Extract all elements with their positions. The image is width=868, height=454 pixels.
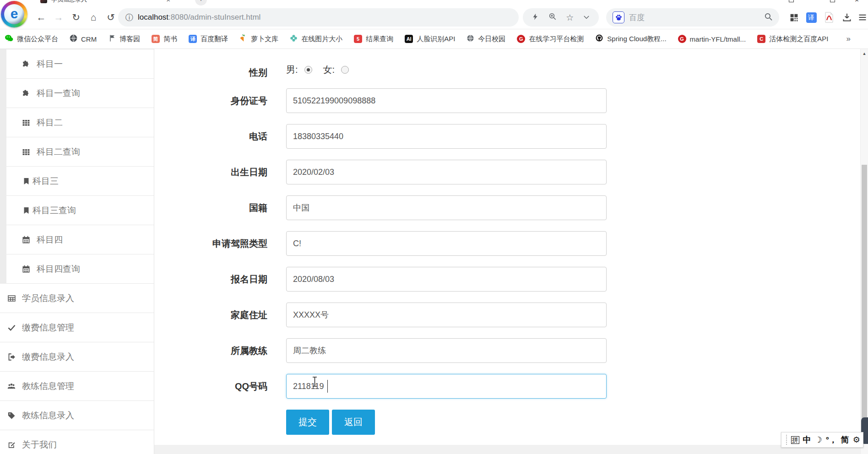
gitee-icon: G xyxy=(517,35,525,43)
back-button[interactable]: ← xyxy=(35,6,48,29)
idcard-label: 身份证号 xyxy=(154,88,286,113)
flower-icon xyxy=(290,34,298,44)
tab-favicon xyxy=(40,0,47,3)
flash-icon[interactable] xyxy=(532,12,539,23)
ime-punct-icon[interactable]: °， xyxy=(826,434,837,445)
sign-out-icon xyxy=(6,353,16,361)
bookmark-item[interactable]: G martin-YFL/tmall... xyxy=(678,35,746,43)
url-text: localhost:8080/admin-stuInsert.html xyxy=(138,13,260,22)
idcard-input[interactable] xyxy=(286,88,607,113)
bookmark-item[interactable]: AI 人脸识别API xyxy=(405,35,455,43)
address-bar[interactable]: ⓘ localhost:8080/admin-stuInsert.html xyxy=(118,8,519,27)
globe-icon xyxy=(467,34,474,44)
text-caret xyxy=(327,380,328,393)
coach-label: 所属教练 xyxy=(154,338,286,363)
sidebar-item-student-entry[interactable]: 学员信息录入 xyxy=(0,284,154,313)
github-icon xyxy=(595,34,603,44)
sidebar-item-subject2[interactable]: 科目二 xyxy=(6,108,154,137)
phone-input[interactable] xyxy=(286,124,607,149)
female-radio[interactable] xyxy=(341,66,349,74)
address-input[interactable] xyxy=(286,303,607,327)
coach-input[interactable] xyxy=(286,338,607,363)
male-radio[interactable] xyxy=(304,66,312,74)
sidebar-item-subject4-query[interactable]: 科目四查询 xyxy=(6,254,154,284)
window-close-icon[interactable]: × xyxy=(855,0,859,4)
forward-button[interactable]: → xyxy=(52,6,65,29)
refresh-button[interactable]: ↻ xyxy=(70,6,82,29)
nationality-label: 国籍 xyxy=(154,195,286,220)
browser-logo: e xyxy=(1,1,27,27)
bookmark-item[interactable]: 译 百度翻译 xyxy=(189,35,228,43)
site-info-icon[interactable]: ⓘ xyxy=(125,12,133,23)
zoom-in-icon[interactable] xyxy=(548,12,557,22)
c-icon: C xyxy=(757,35,765,43)
bookmark-item[interactable]: CRM xyxy=(70,34,97,44)
sidebar-item-subject3[interactable]: 科目三 xyxy=(6,167,154,196)
browser-window: 学员信息录入 × + × e ← → ↻ ⌂ ↺ ☆ ⓘ localhost:8… xyxy=(0,0,868,454)
vertical-scrollbar[interactable]: ▲ xyxy=(860,49,868,454)
back-button[interactable]: 返回 xyxy=(332,410,375,435)
sidebar-item-payment-manage[interactable]: 缴费信息管理 xyxy=(0,313,154,342)
sidebar-item-subject4[interactable]: 科目四 xyxy=(6,225,154,254)
sidebar-item-subject2-query[interactable]: 科目二查询 xyxy=(6,137,154,167)
bookmark-item[interactable]: 今日校园 xyxy=(467,34,505,44)
bookmark-icon xyxy=(21,177,31,185)
ime-settings-icon[interactable]: ⚙ xyxy=(853,435,860,445)
register-date-input[interactable] xyxy=(286,267,607,292)
gitee-icon: G xyxy=(678,35,686,43)
qr-code-icon[interactable] xyxy=(788,12,799,23)
tab-close-icon[interactable]: × xyxy=(166,0,170,4)
sidebar-menu: 学员信息录入 缴费信息管理 缴费信息录入 教练信息管理 教练信息录入 xyxy=(0,284,154,454)
search-icon[interactable] xyxy=(764,12,773,23)
home-button[interactable]: ⌂ xyxy=(87,6,100,29)
nationality-input[interactable] xyxy=(286,195,607,220)
sidebar-item-payment-entry[interactable]: 缴费信息录入 xyxy=(0,342,154,372)
qq-input[interactable] xyxy=(286,374,607,399)
table-icon xyxy=(6,294,16,303)
bookmark-item[interactable]: 萝卜文库 xyxy=(239,34,278,44)
sidebar-item-about[interactable]: 关于我们 xyxy=(0,430,154,454)
female-label: 女: xyxy=(323,64,335,76)
sidebar-item-subject1-query[interactable]: 科目一查询 xyxy=(6,79,154,108)
bookmarks-bar: 微信公众平台 CRM 博客园 简 简书 译 百度翻译 萝卜文库 在线图片大小 5… xyxy=(0,29,868,49)
sidebar-item-subject3-query[interactable]: 科目三查询 xyxy=(6,196,154,225)
menu-icon[interactable] xyxy=(857,12,868,23)
license-type-input[interactable] xyxy=(286,231,607,256)
pdf-icon[interactable] xyxy=(824,12,835,23)
birthdate-label: 出生日期 xyxy=(154,160,286,184)
new-tab-button[interactable]: + xyxy=(195,0,207,5)
browser-tab[interactable]: 学员信息录入 × xyxy=(40,0,173,4)
ime-toolbar[interactable]: 拼 中 ☽ °， 简 ⚙ xyxy=(781,432,863,448)
bookmark-item[interactable]: 博客园 xyxy=(108,34,140,44)
favorite-star-icon[interactable]: ☆ xyxy=(566,12,574,23)
sidebar-item-coach-manage[interactable]: 教练信息管理 xyxy=(0,372,154,401)
recent-button[interactable]: ↺ xyxy=(104,6,117,29)
bookmark-item[interactable]: C 活体检测之百度API xyxy=(757,35,828,43)
ime-pinyin-icon[interactable]: 拼 xyxy=(791,436,799,444)
submit-button[interactable]: 提交 xyxy=(286,410,329,435)
bookmark-item[interactable]: 在线图片大小 xyxy=(290,34,342,44)
scrollbar-thumb[interactable] xyxy=(862,165,867,423)
sidebar-item-subject1[interactable]: 科目一 xyxy=(6,49,154,79)
bookmark-item[interactable]: G 在线学习平台检测 xyxy=(517,35,584,43)
sidebar-item-coach-entry[interactable]: 教练信息录入 xyxy=(0,401,154,430)
translate-icon[interactable]: 译 xyxy=(806,12,817,23)
grid-icon xyxy=(21,148,31,156)
bookmark-item[interactable]: 微信公众平台 xyxy=(5,34,58,44)
ime-moon-icon[interactable]: ☽ xyxy=(815,435,822,445)
chevron-down-icon[interactable] xyxy=(583,13,590,22)
window-maximize-icon[interactable] xyxy=(830,0,835,2)
window-restore-icon[interactable] xyxy=(789,0,794,2)
ime-chinese-icon[interactable]: 中 xyxy=(803,434,811,445)
bookmark-item[interactable]: Spring Cloud教程... xyxy=(595,34,666,44)
tag-icon xyxy=(6,411,16,420)
ime-simplified-icon[interactable]: 简 xyxy=(841,434,849,445)
bookmark-item[interactable]: 简 简书 xyxy=(152,35,177,43)
birthdate-input[interactable] xyxy=(286,160,607,184)
scroll-up-icon[interactable]: ▲ xyxy=(861,49,868,56)
baidu-search-box[interactable]: 百度 xyxy=(606,8,779,27)
qq-label: QQ号码 xyxy=(154,374,286,399)
bookmarks-overflow-icon[interactable]: » xyxy=(846,34,863,43)
bookmark-item[interactable]: 5 结果查询 xyxy=(354,35,393,43)
download-icon[interactable] xyxy=(841,12,852,23)
